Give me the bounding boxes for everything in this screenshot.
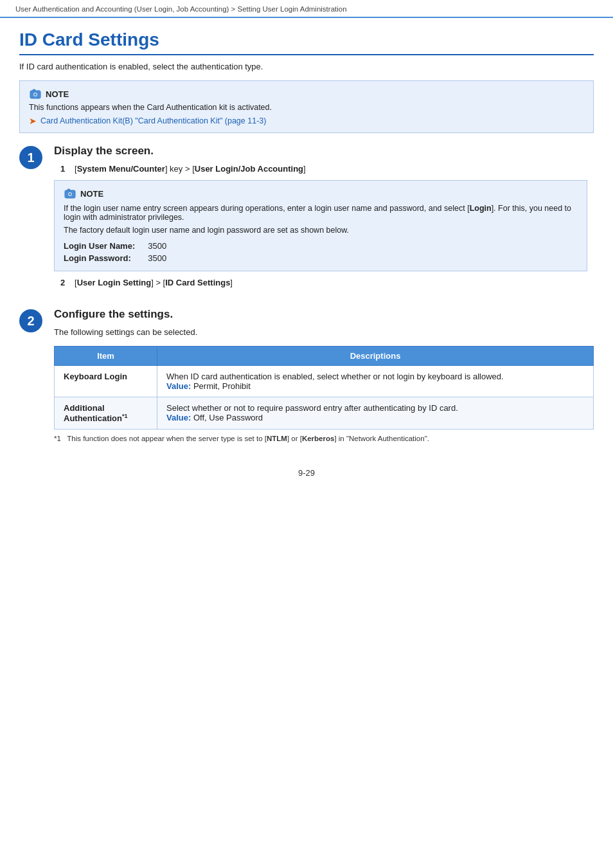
main-note-link[interactable]: ➤ Card Authentication Kit(B) "Card Authe…	[29, 116, 584, 126]
settings-table: Item Descriptions Keyboard Login When ID…	[54, 346, 594, 429]
inner-note-header: NOTE	[64, 187, 578, 200]
card-auth-link[interactable]: Card Authentication Kit(B) "Card Authent…	[40, 116, 266, 125]
table-header-item: Item	[55, 347, 157, 366]
table-desc-2: Select whether or not to require passwor…	[157, 397, 594, 429]
table-header-desc: Descriptions	[157, 347, 594, 366]
inner-note-body1: If the login user name entry screen appe…	[64, 204, 578, 222]
footnote: *1 This function does not appear when th…	[54, 435, 594, 442]
page-subtitle: If ID card authentication is enabled, se…	[19, 62, 594, 71]
step1-title: Display the screen.	[54, 145, 594, 158]
table-item-2: Additional Authentication*1	[55, 397, 157, 429]
step1-number: 1	[19, 146, 42, 169]
login-pass-value: 3500	[148, 252, 173, 264]
step2-content: Configure the settings. The following se…	[54, 308, 594, 442]
step2-subtitle: The following settings can be selected.	[54, 327, 594, 337]
step1-section: 1 Display the screen. 1 [System Menu/Cou…	[19, 145, 594, 294]
ntlm-bold: NTLM	[267, 435, 287, 442]
page-title: ID Card Settings	[19, 30, 594, 55]
main-note-box: NOTE This functions appears when the Car…	[19, 80, 594, 133]
substep2: 2 [User Login Setting] > [ID Card Settin…	[60, 278, 594, 287]
main-note-body: This functions appears when the Card Aut…	[29, 103, 584, 112]
inner-note-icon	[64, 187, 76, 200]
step2-section: 2 Configure the settings. The following …	[19, 308, 594, 442]
table-desc-1: When ID card authentication is enabled, …	[157, 366, 594, 397]
main-note-header: NOTE	[29, 87, 584, 100]
arrow-icon: ➤	[29, 116, 37, 126]
user-login-bold: User Login/Job Accounting	[195, 164, 303, 174]
breadcrumb: User Authentication and Accounting (User…	[0, 0, 613, 18]
inner-note-box: NOTE If the login user name entry screen…	[54, 180, 587, 271]
svg-rect-6	[67, 189, 70, 191]
page-number: 9-29	[19, 468, 594, 478]
step2-title: Configure the settings.	[54, 308, 594, 321]
note-icon	[29, 87, 42, 100]
substep1: 1 [System Menu/Counter] key > [User Logi…	[60, 164, 594, 174]
step2-number: 2	[19, 309, 42, 332]
svg-point-3	[34, 93, 37, 96]
table-row: Additional Authentication*1 Select wheth…	[55, 397, 594, 429]
kerberos-bold: Kerberos	[302, 435, 335, 442]
login-user-value: 3500	[148, 240, 173, 252]
system-menu-bold: System Menu/Counter	[77, 164, 165, 174]
login-user-label: Login User Name:	[64, 240, 148, 252]
user-login-setting-bold: User Login Setting	[77, 278, 152, 287]
step1-content: Display the screen. 1 [System Menu/Count…	[54, 145, 594, 294]
svg-point-7	[69, 193, 71, 195]
svg-rect-2	[33, 89, 35, 91]
table-row: Keyboard Login When ID card authenticati…	[55, 366, 594, 397]
inner-note-body3: The factory default login user name and …	[64, 226, 578, 235]
substep2-text: [User Login Setting] > [ID Card Settings…	[75, 278, 233, 287]
id-card-settings-bold: ID Card Settings	[165, 278, 230, 287]
substep1-text: [System Menu/Counter] key > [User Login/…	[75, 164, 306, 174]
table-item-1: Keyboard Login	[55, 366, 157, 397]
login-pass-label: Login Password:	[64, 252, 148, 264]
login-info-table: Login User Name: 3500 Login Password: 35…	[64, 240, 173, 264]
